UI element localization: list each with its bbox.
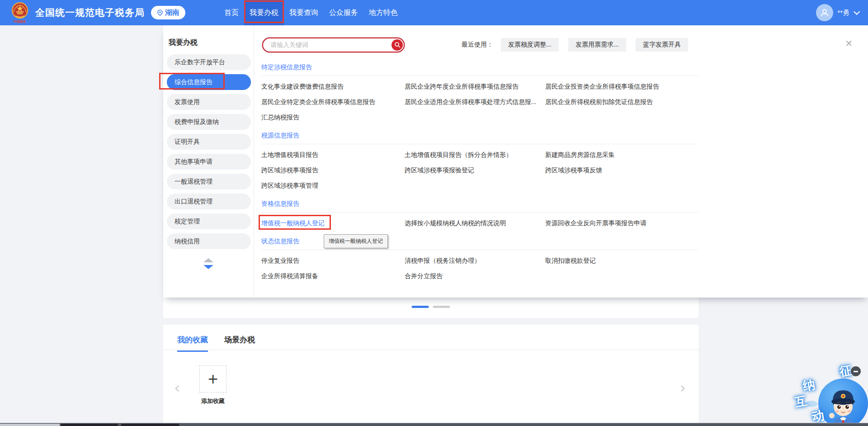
carousel-dot-active[interactable] <box>412 306 429 308</box>
menu-item[interactable]: 居民企业适用企业所得税事项处理方式信息报... <box>405 97 537 106</box>
minus-icon <box>854 371 858 372</box>
search-button[interactable] <box>392 39 403 51</box>
menu-item[interactable]: 跨区域涉税事项管理 <box>261 181 318 190</box>
user-icon <box>820 8 830 18</box>
mega-menu-panel: 我要办税 乐企数字开放平台 综合信息报告 发票使用 税费申报及缴纳 证明开具 其… <box>163 25 868 298</box>
menu-item[interactable]: 企业所得税清算报备 <box>261 271 318 280</box>
sidebar-title: 我要办税 <box>169 38 254 47</box>
close-icon[interactable]: ✕ <box>845 39 853 48</box>
menu-item[interactable]: 跨区域涉税事项反馈 <box>545 166 602 175</box>
recent-used-label: 最近使用： <box>462 41 493 49</box>
nav-item[interactable]: 我要查询 <box>284 0 324 25</box>
sidebar-item[interactable]: 出口退税管理 <box>167 194 251 209</box>
menu-item[interactable]: 取消扣缴税款登记 <box>545 256 596 265</box>
add-favorite-label: 添加收藏 <box>197 397 229 405</box>
taskbar-segment <box>61 424 118 426</box>
section-title[interactable]: 税源信息报告 <box>261 132 868 140</box>
sidebar-item[interactable]: 其他事项申请 <box>167 154 251 170</box>
site-title: 全国统一规范电子税务局 <box>35 6 145 19</box>
menu-item[interactable]: 合并分立报告 <box>405 271 443 280</box>
sidebar-item[interactable]: 税费申报及缴纳 <box>167 114 251 130</box>
mascot-widget: 征 纳 互 动 <box>792 357 864 424</box>
favorites-tabs: 我的收藏 场景办税 <box>163 325 698 352</box>
section-items: 停业复业报告 清税申报（税务注销办理） 取消扣缴税款登记 企业所得税清算报备 合… <box>261 250 868 280</box>
menu-content: 最近使用： 发票额度调整... 发票用票需求... 蓝字发票开具 特定涉税信息报… <box>254 25 868 298</box>
menu-item[interactable]: 跨区域涉税事项报告 <box>261 166 318 175</box>
location-pin-icon <box>157 9 163 16</box>
region-selector[interactable]: 湖南 <box>151 6 185 19</box>
mascot-avatar[interactable] <box>818 379 868 426</box>
sidebar-item[interactable]: 证明开具 <box>167 134 251 150</box>
carousel-prev-icon[interactable]: ‹ <box>174 380 180 395</box>
carousel-pagination <box>412 306 450 308</box>
menu-section: 资格信息报告 增值税一般纳税人登记 选择按小规模纳税人纳税的情况说明 资源回收企… <box>261 200 868 227</box>
section-title[interactable]: 资格信息报告 <box>261 200 868 208</box>
favorites-card: 我的收藏 场景办税 ‹ + 添加收藏 › <box>163 325 698 423</box>
avatar[interactable] <box>816 4 833 21</box>
menu-item[interactable]: 汇总纳税报告 <box>261 113 299 122</box>
tooltip: 增值税一般纳税人登记 <box>324 234 388 248</box>
sidebar-item[interactable]: 乐企数字开放平台 <box>167 54 251 70</box>
taskbar-sliver <box>0 423 868 426</box>
tax-emblem-logo: 中国税务 <box>10 1 30 24</box>
menu-item[interactable]: 选择按小规模纳税人纳税的情况说明 <box>405 218 506 227</box>
sidebar-scroll-arrows <box>163 258 254 269</box>
nav-item[interactable]: 首页 <box>219 0 244 25</box>
menu-item[interactable]: 居民企业投资类企业所得税事项信息报告 <box>545 82 659 91</box>
menu-section: 特定涉税信息报告 文化事业建设费缴费信息报告 居民企业跨年度企业所得税事项信息报… <box>261 63 868 122</box>
national-emblem-icon <box>11 1 29 19</box>
nav-item[interactable]: 我要办税 <box>244 0 284 25</box>
top-nav: 首页 我要办税 我要查询 公众服务 地方特色 <box>219 0 403 25</box>
scroll-up-icon[interactable] <box>203 258 213 262</box>
chevron-down-icon[interactable] <box>854 9 860 15</box>
mascot-text-char: 互 <box>793 393 808 411</box>
user-name: **勇 <box>837 9 849 17</box>
section-items: 文化事业建设费缴费信息报告 居民企业跨年度企业所得税事项信息报告 居民企业投资类… <box>261 76 868 122</box>
recent-used-button[interactable]: 蓝字发票开具 <box>636 38 688 52</box>
add-favorite-button[interactable]: + <box>199 365 226 393</box>
menu-item[interactable]: 停业复业报告 <box>261 256 299 265</box>
menu-item[interactable]: 增值税一般纳税人登记 <box>261 218 325 227</box>
menu-item[interactable]: 新建商品房房源信息采集 <box>545 150 615 159</box>
menu-sidebar: 我要办税 乐企数字开放平台 综合信息报告 发票使用 税费申报及缴纳 证明开具 其… <box>163 25 254 298</box>
menu-item[interactable]: 土地增值税项目报告（拆分合并情形） <box>405 150 512 159</box>
sidebar-item[interactable]: 核定管理 <box>167 213 251 229</box>
carousel-next-icon[interactable]: › <box>679 380 686 395</box>
taskbar-segment <box>121 424 179 426</box>
user-block: **勇 <box>816 0 858 25</box>
menu-item[interactable]: 文化事业建设费缴费信息报告 <box>261 82 344 91</box>
search-input[interactable] <box>270 38 383 52</box>
scroll-down-icon[interactable] <box>203 265 213 269</box>
recent-used-button[interactable]: 发票用票需求... <box>568 38 626 52</box>
taskbar-segment <box>0 424 60 426</box>
menu-item[interactable]: 居民企业特定类企业所得税事项信息报告 <box>261 97 375 106</box>
tax-officer-cartoon-icon <box>818 379 868 426</box>
search-row: 最近使用： 发票额度调整... 发票用票需求... 蓝字发票开具 <box>261 37 868 52</box>
tabs-divider <box>163 350 698 350</box>
minimize-mascot-button[interactable] <box>851 366 861 376</box>
menu-item[interactable]: 居民企业跨年度企业所得税事项信息报告 <box>405 82 519 91</box>
sidebar-items: 乐企数字开放平台 综合信息报告 发票使用 税费申报及缴纳 证明开具 其他事项申请… <box>163 54 254 249</box>
menu-item[interactable]: 资源回收企业反向开票事项报告申请 <box>545 218 646 227</box>
sidebar-item[interactable]: 发票使用 <box>167 94 251 110</box>
sidebar-item[interactable]: 纳税信用 <box>167 233 251 249</box>
nav-item[interactable]: 地方特色 <box>363 0 403 25</box>
carousel-dot[interactable] <box>433 306 450 308</box>
section-title[interactable]: 特定涉税信息报告 <box>261 63 868 71</box>
top-header: 中国税务 全国统一规范电子税务局 湖南 首页 我要办税 我要查询 公众服务 地方… <box>0 0 868 25</box>
sidebar-item[interactable]: 一般退税管理 <box>167 174 251 189</box>
menu-item[interactable]: 跨区域涉税事项报验登记 <box>405 166 474 175</box>
section-items: 增值税一般纳税人登记 选择按小规模纳税人纳税的情况说明 资源回收企业反向开票事项… <box>261 213 868 227</box>
menu-item[interactable]: 清税申报（税务注销办理） <box>405 256 481 265</box>
search-icon <box>394 42 401 48</box>
sidebar-item[interactable]: 综合信息报告 <box>167 74 251 90</box>
menu-section: 税源信息报告 土地增值税项目报告 土地增值税项目报告（拆分合并情形） 新建商品房… <box>261 132 868 190</box>
logo-caption: 中国税务 <box>14 20 26 23</box>
mascot-text-char: 纳 <box>802 376 816 394</box>
search-box <box>262 38 405 52</box>
menu-item[interactable]: 居民企业所得税税前扣除凭证信息报告 <box>545 97 653 106</box>
menu-item[interactable]: 土地增值税项目报告 <box>261 150 318 159</box>
recent-used-button[interactable]: 发票额度调整... <box>501 38 559 52</box>
nav-item[interactable]: 公众服务 <box>324 0 363 25</box>
recent-buttons: 发票额度调整... 发票用票需求... 蓝字发票开具 <box>493 38 688 52</box>
